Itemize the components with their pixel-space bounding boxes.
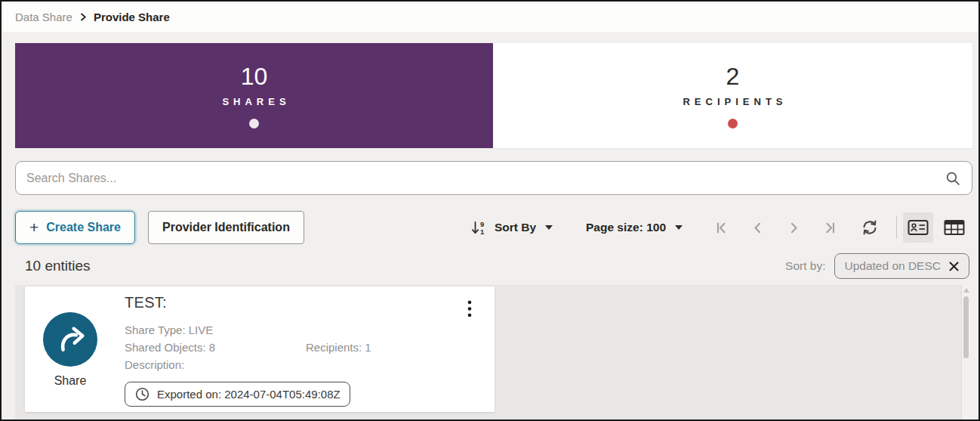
- scrollbar-thumb[interactable]: [963, 296, 969, 358]
- shares-list: Share TEST: Share Type: LIVE Shared Obje…: [15, 285, 969, 419]
- recipients-tile[interactable]: 2 RECIPIENTS: [493, 43, 972, 148]
- shared-objects: Shared Objects: 8: [125, 339, 306, 356]
- create-share-button[interactable]: + Create Share: [15, 211, 135, 244]
- breadcrumb-data-share[interactable]: Data Share: [15, 11, 72, 23]
- shares-label: SHARES: [217, 96, 290, 107]
- chevron-down-icon: [545, 225, 553, 230]
- previous-page-button[interactable]: [750, 221, 765, 235]
- table-view-icon: [944, 219, 965, 236]
- exported-on-text: Exported on: 2024-07-04T05:49:08Z: [157, 388, 341, 401]
- pagination: [714, 221, 837, 235]
- chevron-right-icon: [79, 12, 87, 22]
- description: Description:: [125, 356, 184, 373]
- kebab-icon: [467, 300, 472, 318]
- recipients: Recipients: 1: [306, 339, 371, 356]
- entity-count: 10 entities: [25, 258, 91, 274]
- share-type: Share Type: LIVE: [125, 321, 213, 339]
- recipients-label: RECIPIENTS: [678, 96, 787, 107]
- data-share-page: Data Share Provide Share 10 SHARES 2 REC…: [0, 0, 980, 421]
- recipients-count: 2: [726, 63, 740, 89]
- sort-chip-label: Updated on DESC: [844, 259, 941, 273]
- provider-identification-button[interactable]: Provider Identification: [148, 211, 304, 244]
- recipients-indicator-dot: [728, 119, 738, 128]
- shares-count: 10: [241, 63, 268, 89]
- remove-sort-icon[interactable]: [948, 261, 960, 272]
- description-row: Description:: [125, 356, 479, 373]
- scrollbar-up-arrow[interactable]: [963, 288, 969, 293]
- refresh-icon: [861, 219, 878, 236]
- share-type-row: Share Type: LIVE: [125, 321, 479, 339]
- table-view-toggle[interactable]: [939, 212, 969, 243]
- search-icon[interactable]: [945, 170, 961, 187]
- plus-icon: +: [29, 220, 39, 235]
- scrollbar-track: [961, 285, 969, 419]
- sort-by-dropdown[interactable]: 9 1 Sort By: [470, 219, 553, 237]
- list-header: 10 entities Sort by: Updated on DESC: [15, 252, 969, 280]
- card-menu-button[interactable]: [464, 297, 475, 321]
- breadcrumb-provide-share: Provide Share: [94, 11, 170, 23]
- sort-by-label: Sort By: [495, 221, 536, 234]
- toolbar-divider: [896, 216, 897, 239]
- refresh-button[interactable]: [861, 219, 878, 236]
- share-title: TEST:: [125, 294, 167, 311]
- share-card[interactable]: Share TEST: Share Type: LIVE Shared Obje…: [25, 286, 495, 412]
- shares-indicator-dot: [249, 119, 259, 128]
- sort-by-caption: Sort by:: [785, 259, 825, 273]
- share-arrow-icon: [54, 324, 86, 354]
- first-page-button[interactable]: [714, 221, 729, 235]
- next-page-button[interactable]: [787, 221, 801, 235]
- sort-order-chip: Updated on DESC: [834, 253, 969, 279]
- svg-text:1: 1: [480, 228, 485, 236]
- share-badge-label: Share: [25, 374, 116, 388]
- clock-icon: [134, 386, 150, 402]
- summary-tiles: 10 SHARES 2 RECIPIENTS: [15, 43, 972, 148]
- create-share-label: Create Share: [46, 221, 121, 234]
- provider-identification-label: Provider Identification: [162, 221, 290, 234]
- card-view-icon: [908, 219, 929, 236]
- shared-objects-row: Shared Objects: 8 Recipients: 1: [125, 339, 479, 356]
- breadcrumb: Data Share Provide Share: [2, 2, 978, 32]
- share-metadata: Share Type: LIVE Shared Objects: 8 Recip…: [125, 321, 479, 373]
- shares-tile[interactable]: 10 SHARES: [15, 43, 493, 148]
- search-bar: [15, 161, 972, 195]
- actions-toolbar: + Create Share Provider Identification 9…: [15, 210, 969, 245]
- chevron-down-icon: [675, 225, 683, 230]
- card-view-toggle[interactable]: [903, 212, 933, 243]
- share-avatar: [43, 312, 97, 367]
- exported-on-badge: Exported on: 2024-07-04T05:49:08Z: [125, 382, 350, 407]
- page-size-label: Page size: 100: [586, 221, 666, 234]
- last-page-button[interactable]: [823, 221, 837, 235]
- search-input[interactable]: [26, 172, 945, 185]
- page-size-dropdown[interactable]: Page size: 100: [586, 221, 683, 234]
- sort-icon: 9 1: [470, 219, 488, 237]
